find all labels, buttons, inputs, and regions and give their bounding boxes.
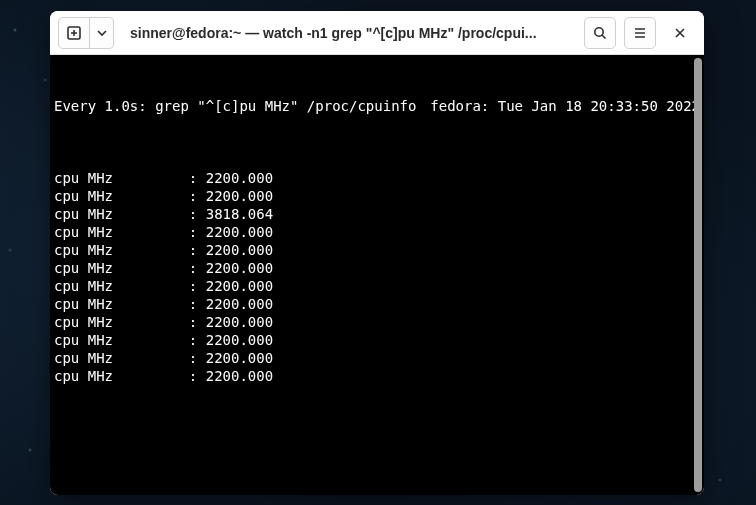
terminal-window: sinner@fedora:~ — watch -n1 grep "^[c]pu… [50,11,704,495]
watch-header-line: Every 1.0s: grep "^[c]pu MHz" /proc/cpui… [52,97,702,115]
scrollbar-thumb[interactable] [694,58,702,492]
titlebar-right-controls [584,17,696,49]
cpu-mhz-line: cpu MHz : 2200.000 [52,331,702,349]
svg-line-4 [602,35,605,38]
terminal-body[interactable]: Every 1.0s: grep "^[c]pu MHz" /proc/cpui… [50,55,704,495]
cpu-mhz-line: cpu MHz : 2200.000 [52,259,702,277]
watch-timestamp: fedora: Tue Jan 18 20:33:50 2022 [430,97,700,115]
cpu-lines-container: cpu MHz : 2200.000cpu MHz : 2200.000cpu … [52,169,702,385]
search-button[interactable] [584,17,616,49]
cpu-mhz-line: cpu MHz : 2200.000 [52,277,702,295]
chevron-down-icon [97,28,107,38]
cpu-mhz-line: cpu MHz : 2200.000 [52,187,702,205]
svg-point-3 [595,27,603,35]
hamburger-icon [632,25,648,41]
terminal-output: Every 1.0s: grep "^[c]pu MHz" /proc/cpui… [50,61,704,421]
titlebar-left-controls [58,17,114,49]
cpu-mhz-line: cpu MHz : 3818.064 [52,205,702,223]
tab-dropdown-button[interactable] [90,17,114,49]
cpu-mhz-line: cpu MHz : 2200.000 [52,241,702,259]
cpu-mhz-line: cpu MHz : 2200.000 [52,349,702,367]
new-tab-button[interactable] [58,17,90,49]
cpu-mhz-line: cpu MHz : 2200.000 [52,223,702,241]
cpu-mhz-line: cpu MHz : 2200.000 [52,169,702,187]
window-title: sinner@fedora:~ — watch -n1 grep "^[c]pu… [120,25,578,41]
close-button[interactable] [664,17,696,49]
plus-square-icon [66,25,82,41]
close-icon [673,26,687,40]
search-icon [592,25,608,41]
cpu-mhz-line: cpu MHz : 2200.000 [52,367,702,385]
cpu-mhz-line: cpu MHz : 2200.000 [52,295,702,313]
cpu-mhz-line: cpu MHz : 2200.000 [52,313,702,331]
titlebar: sinner@fedora:~ — watch -n1 grep "^[c]pu… [50,11,704,55]
watch-command-text: Every 1.0s: grep "^[c]pu MHz" /proc/cpui… [54,97,416,115]
menu-button[interactable] [624,17,656,49]
